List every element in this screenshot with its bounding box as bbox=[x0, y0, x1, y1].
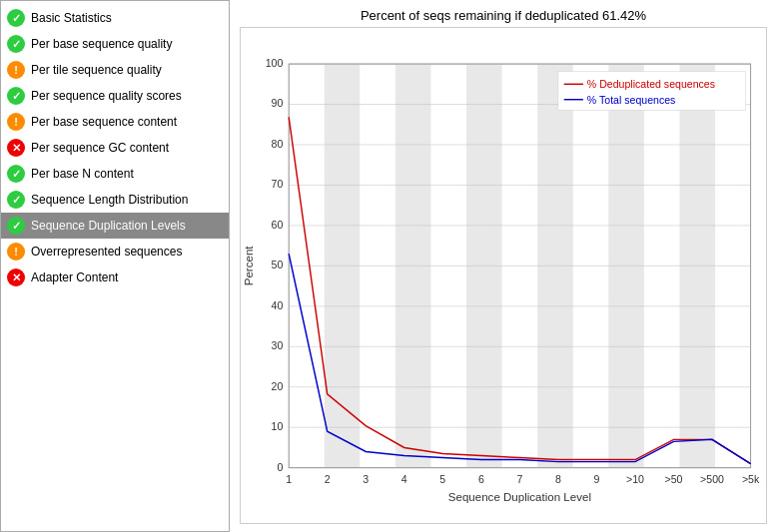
sidebar-item-label: Adapter Content bbox=[31, 270, 118, 284]
sidebar: Basic StatisticsPer base sequence qualit… bbox=[0, 0, 230, 532]
svg-text:2: 2 bbox=[325, 473, 331, 485]
sidebar-item-label: Per tile sequence quality bbox=[31, 63, 162, 77]
chart-title: Percent of seqs remaining if deduplicate… bbox=[240, 8, 767, 23]
sidebar-item-label: Per sequence GC content bbox=[31, 141, 169, 155]
svg-text:1: 1 bbox=[286, 473, 292, 485]
sidebar-item-per-seq-gc-content[interactable]: Per sequence GC content bbox=[1, 135, 229, 161]
cross-icon bbox=[7, 268, 25, 286]
svg-text:0: 0 bbox=[277, 461, 283, 473]
main-content: Percent of seqs remaining if deduplicate… bbox=[230, 0, 775, 532]
svg-text:10: 10 bbox=[272, 420, 284, 432]
svg-text:Sequence Duplication Level: Sequence Duplication Level bbox=[448, 491, 591, 503]
svg-text:8: 8 bbox=[555, 473, 561, 485]
sidebar-item-label: Sequence Duplication Levels bbox=[31, 219, 186, 233]
sidebar-item-per-tile-seq-quality[interactable]: Per tile sequence quality bbox=[1, 57, 229, 83]
chart-area: 0 10 20 30 40 50 60 70 80 bbox=[240, 27, 767, 524]
sidebar-item-seq-length-dist[interactable]: Sequence Length Distribution bbox=[1, 187, 229, 213]
sidebar-item-label: Per sequence quality scores bbox=[31, 89, 182, 103]
sidebar-item-per-base-seq-content[interactable]: Per base sequence content bbox=[1, 109, 229, 135]
svg-text:% Total sequences: % Total sequences bbox=[587, 94, 676, 106]
svg-text:4: 4 bbox=[401, 473, 407, 485]
check-icon bbox=[7, 217, 25, 235]
check-icon bbox=[7, 35, 25, 53]
svg-text:>5k: >5k bbox=[742, 473, 760, 485]
sidebar-item-label: Per base sequence quality bbox=[31, 37, 172, 51]
sidebar-item-per-base-seq-quality[interactable]: Per base sequence quality bbox=[1, 31, 229, 57]
cross-icon bbox=[7, 139, 25, 157]
check-icon bbox=[7, 165, 25, 183]
svg-text:9: 9 bbox=[594, 473, 600, 485]
svg-text:70: 70 bbox=[272, 178, 284, 190]
check-icon bbox=[7, 191, 25, 209]
svg-text:5: 5 bbox=[439, 473, 445, 485]
svg-text:90: 90 bbox=[272, 97, 284, 109]
excl-icon bbox=[7, 61, 25, 79]
svg-text:30: 30 bbox=[272, 339, 284, 351]
svg-text:60: 60 bbox=[272, 219, 284, 231]
svg-text:50: 50 bbox=[272, 259, 284, 270]
sidebar-item-label: Per base sequence content bbox=[31, 115, 177, 129]
sidebar-item-per-base-n-content[interactable]: Per base N content bbox=[1, 161, 229, 187]
svg-text:7: 7 bbox=[516, 473, 522, 485]
svg-text:% Deduplicated sequences: % Deduplicated sequences bbox=[587, 78, 715, 90]
excl-icon bbox=[7, 113, 25, 131]
svg-text:3: 3 bbox=[363, 473, 369, 485]
sidebar-item-adapter-content[interactable]: Adapter Content bbox=[1, 265, 229, 290]
svg-text:80: 80 bbox=[272, 138, 284, 150]
sidebar-item-basic-stats[interactable]: Basic Statistics bbox=[1, 5, 229, 31]
svg-text:>500: >500 bbox=[700, 473, 724, 485]
sidebar-item-label: Sequence Length Distribution bbox=[31, 193, 188, 207]
sidebar-item-seq-dup-levels[interactable]: Sequence Duplication Levels bbox=[1, 213, 229, 239]
svg-text:40: 40 bbox=[272, 299, 284, 311]
sidebar-item-label: Per base N content bbox=[31, 167, 134, 181]
check-icon bbox=[7, 87, 25, 105]
check-icon bbox=[7, 9, 25, 27]
svg-text:20: 20 bbox=[272, 380, 284, 392]
sidebar-item-overrepresented-seqs[interactable]: Overrepresented sequences bbox=[1, 239, 229, 265]
svg-text:6: 6 bbox=[478, 473, 484, 485]
svg-text:Percent: Percent bbox=[243, 246, 255, 286]
svg-text:100: 100 bbox=[266, 57, 284, 69]
svg-text:>10: >10 bbox=[626, 473, 644, 485]
sidebar-item-label: Overrepresented sequences bbox=[31, 245, 182, 259]
sidebar-item-label: Basic Statistics bbox=[31, 11, 112, 25]
excl-icon bbox=[7, 243, 25, 261]
svg-text:>50: >50 bbox=[665, 473, 683, 485]
sidebar-item-per-seq-quality-scores[interactable]: Per sequence quality scores bbox=[1, 83, 229, 109]
